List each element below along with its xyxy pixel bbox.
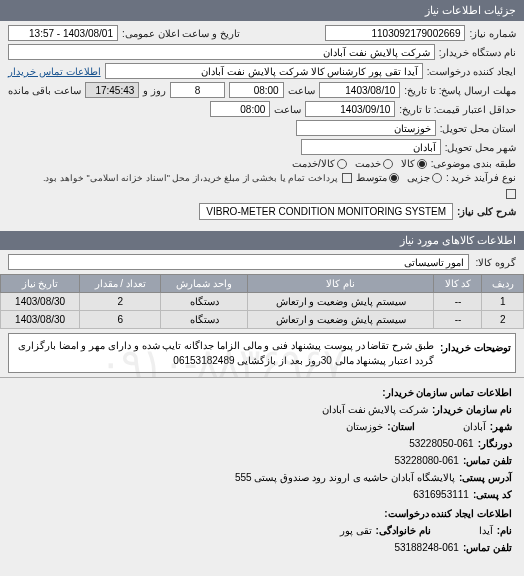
requester-label: ایجاد کننده درخواست: xyxy=(427,66,516,77)
table-cell: -- xyxy=(434,293,482,311)
desc-label: توضیحات خریدار: xyxy=(440,338,511,368)
table-cell: 2 xyxy=(482,311,524,329)
requester-header: اطلاعات ایجاد کننده درخواست: xyxy=(12,505,512,522)
description-box: توضیحات خریدار: طبق شرح تقاضا در پیوست پ… xyxy=(8,333,516,373)
remaining-time: 17:45:43 xyxy=(85,82,140,98)
contact-city-label: شهر: xyxy=(490,418,512,435)
lastname-label: نام خانوادگی: xyxy=(376,522,431,539)
table-cell: دستگاه xyxy=(161,293,248,311)
medium-label: متوسط xyxy=(356,172,387,183)
table-header-cell: تعداد / مقدار xyxy=(80,275,161,293)
requester-value: آیدا تقی پور کارشناس کالا شرکت پالایش نف… xyxy=(105,63,423,79)
city-label: شهر محل تحویل: xyxy=(445,142,516,153)
buy-type-label: نوع فرآیند خرید : xyxy=(446,172,516,183)
table-cell: 1403/08/30 xyxy=(1,311,80,329)
radio-goods-service[interactable] xyxy=(337,159,347,169)
validity-date: 1403/09/10 xyxy=(305,101,395,117)
table-header-cell: تاریخ نیاز xyxy=(1,275,80,293)
separator xyxy=(0,377,524,378)
service-label: خدمت xyxy=(355,158,381,169)
table-row: 2--سیستم پایش وضعیت و ارتعاشدستگاه61403/… xyxy=(1,311,524,329)
radio-service[interactable] xyxy=(383,159,393,169)
name-label: نام: xyxy=(497,522,512,539)
buy-note: پرداخت تمام یا بخشی از مبلغ خرید،از محل … xyxy=(43,173,338,183)
table-header-cell: کد کالا xyxy=(434,275,482,293)
announce-label: تاریخ و ساعت اعلان عمومی: xyxy=(122,28,240,39)
topic-radio-group: کالا خدمت کالا/خدمت xyxy=(292,158,427,169)
table-cell: 6 xyxy=(80,311,161,329)
req-phone-label: تلفن تماس: xyxy=(463,539,512,556)
checkbox-unknown[interactable] xyxy=(506,189,516,199)
checkbox-treasury[interactable] xyxy=(342,173,352,183)
days-and-label: روز و xyxy=(143,85,166,96)
req-no-label: شماره نیاز: xyxy=(469,28,516,39)
table-cell: سیستم پایش وضعیت و ارتعاش xyxy=(247,311,434,329)
table-cell: سیستم پایش وضعیت و ارتعاش xyxy=(247,293,434,311)
main-header: جزئیات اطلاعات نیاز xyxy=(0,0,524,21)
goods-label: کالا xyxy=(401,158,415,169)
table-cell: دستگاه xyxy=(161,311,248,329)
deadline-time: 08:00 xyxy=(229,82,284,98)
validity-label: حداقل اعتبار قیمت: تا تاریخ: xyxy=(399,104,516,115)
address-label: آدرس پستی: xyxy=(459,469,512,486)
radio-partial[interactable] xyxy=(432,173,442,183)
deadline-label: مهلت ارسال پاسخ: تا تاریخ: xyxy=(404,85,516,96)
table-cell: 1403/08/30 xyxy=(1,293,80,311)
contact-city-value: آبادان xyxy=(463,418,486,435)
remaining-label: ساعت باقی مانده xyxy=(8,85,81,96)
deadline-date: 1403/08/10 xyxy=(319,82,401,98)
group-value: امور تاسیساتی xyxy=(8,254,469,270)
postal-label: کد پستی: xyxy=(473,486,512,503)
phone-value: 53228080-061 xyxy=(394,452,459,469)
table-header-cell: نام کالا xyxy=(247,275,434,293)
postal-value: 6316953111 xyxy=(413,486,469,503)
desc-text: طبق شرح تقاضا در پیوست پیشنهاد فنی و مال… xyxy=(13,338,434,368)
req-phone-value: 53188248-061 xyxy=(394,539,459,556)
contact-province-value: خوزستان xyxy=(346,418,383,435)
items-header: اطلاعات کالاهای مورد نیاز xyxy=(0,231,524,250)
table-header-cell: ردیف xyxy=(482,275,524,293)
buyer-device-label: نام دستگاه خریدار: xyxy=(439,47,516,58)
name-value: آیدا xyxy=(479,522,493,539)
contact-province-label: استان: xyxy=(387,418,414,435)
province-value: خوزستان xyxy=(296,120,436,136)
fax-value: 53228050-061 xyxy=(409,435,474,452)
city-value: آبادان xyxy=(301,139,441,155)
province-label: استان محل تحویل: xyxy=(440,123,516,134)
radio-goods[interactable] xyxy=(417,159,427,169)
fax-label: دورنگار: xyxy=(478,435,512,452)
announce-value: 1403/08/01 - 13:57 xyxy=(8,25,118,41)
org-value: شرکت پالایش نفت آبادان xyxy=(322,401,428,418)
lastname-value: تقی پور xyxy=(340,522,372,539)
buyer-contact-link[interactable]: اطلاعات تماس خریدار xyxy=(8,66,101,77)
group-label: گروه کالا: xyxy=(475,257,516,268)
table-row: 1--سیستم پایش وضعیت و ارتعاشدستگاه21403/… xyxy=(1,293,524,311)
title-value: VIBRO-METER CONDITION MONITORING SYSTEM xyxy=(199,203,453,220)
buy-type-radio-group: جزیی متوسط xyxy=(356,172,442,183)
table-cell: 1 xyxy=(482,293,524,311)
time-label-2: ساعت xyxy=(274,104,301,115)
time-label-1: ساعت xyxy=(288,85,315,96)
days-count: 8 xyxy=(170,82,225,98)
radio-medium[interactable] xyxy=(389,173,399,183)
table-cell: 2 xyxy=(80,293,161,311)
goods-service-label: کالا/خدمت xyxy=(292,158,335,169)
table-header-cell: واحد شمارش xyxy=(161,275,248,293)
phone-label: تلفن تماس: xyxy=(463,452,512,469)
topic-label: طبقه بندی موضوعی: xyxy=(431,158,516,169)
validity-time: 08:00 xyxy=(210,101,270,117)
org-label: نام سازمان خریدار: xyxy=(432,401,512,418)
items-table: ردیفکد کالانام کالاواحد شمارشتعداد / مقد… xyxy=(0,274,524,329)
req-no-value: 1103092179002669 xyxy=(325,25,465,41)
buyer-device-value: شرکت پالایش نفت آبادان xyxy=(8,44,435,60)
contact-header: اطلاعات تماس سازمان خریدار: xyxy=(12,384,512,401)
address-value: پالایشگاه آبادان حاشیه ی اروند رود صندوق… xyxy=(235,469,455,486)
title-label: شرح کلی نیاز: xyxy=(457,206,516,217)
table-cell: -- xyxy=(434,311,482,329)
partial-label: جزیی xyxy=(407,172,430,183)
